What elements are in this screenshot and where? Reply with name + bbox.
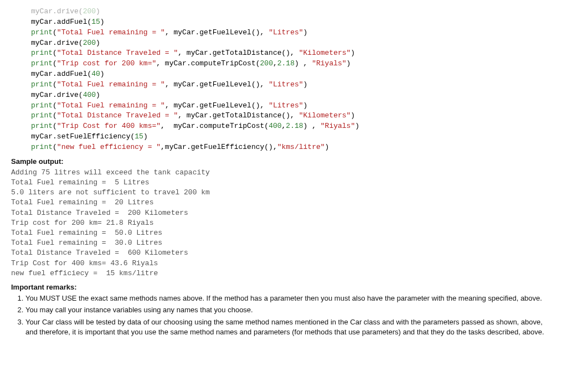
code-line: myCar.addFuel(15) [31,17,556,28]
code-token: , myCar [161,122,195,130]
code-token: ) [96,7,100,16]
code-token: ) [325,143,329,151]
code-token: ) [303,28,308,37]
code-token: ) , [303,122,321,130]
remark-item: Your Car class will be tested by data of… [25,317,556,337]
code-token: getFuelLevel [199,101,251,110]
code-token: "Total Fuel remaining = " [57,80,165,89]
code-token: "Total Fuel remaining = " [57,28,165,37]
code-token: drive [57,7,79,16]
code-token: print [31,28,53,37]
code-token: ) [350,49,355,57]
code-token: myCar [31,132,53,141]
code-token: ) [143,132,148,141]
code-token: getTotalDistance [213,49,282,57]
code-line: print("Trip Cost for 400 kms=", myCar.co… [31,121,556,132]
code-token: ) [100,18,105,26]
code-token: ( [53,111,57,120]
code-token: "Riyals" [312,59,346,68]
remark-item: You MUST USE the exact same methods name… [25,293,556,303]
code-token: print [31,80,53,89]
code-token: (), [251,28,269,37]
code-token: . [53,39,57,47]
code-token: (), [282,111,299,120]
code-token: "Total Distance Traveled = " [57,49,178,57]
code-token: 200 [83,39,96,47]
code-block: myCar.drive(200)myCar.addFuel(15)print("… [11,7,556,153]
code-token: . [53,7,57,16]
code-token: ( [53,28,57,37]
code-token: 200 [260,59,273,68]
code-token: ( [53,49,57,57]
code-token: (), [251,101,269,110]
code-token: 40 [91,70,100,78]
code-token: myCar [31,91,53,99]
code-token: . [187,59,191,68]
code-token: getTotalDistance [213,111,282,120]
output-block: Adding 75 litres will exceed the tank ca… [11,168,556,278]
remarks-list: You MUST USE the exact same methods name… [11,293,556,337]
code-token: ) [96,39,100,47]
code-token: 15 [135,132,143,141]
code-token: ) [355,122,359,130]
code-token: ( [264,122,269,130]
code-line: print("new fuel efficiency = ",myCar.get… [31,142,556,153]
code-token: addFuel [57,18,87,26]
code-token: myCar [31,7,53,16]
code-token: "new fuel efficiency = " [57,143,161,151]
code-token: . [53,70,57,78]
code-token: , myCar [165,80,195,89]
code-token: ) [303,101,308,110]
code-token: ( [53,80,57,89]
code-token: "Total Fuel remaining = " [57,101,165,110]
code-line: myCar.setFuelEfficiency(15) [31,132,556,142]
code-token: "Trip cost for 200 km=" [57,59,156,68]
remark-item: You may call your instance variables usi… [25,305,556,315]
code-token: ) [100,70,105,78]
code-token: "Total Distance Traveled = " [57,111,178,120]
code-token: print [31,59,53,68]
code-token: , [273,59,277,68]
code-token: ( [79,7,83,16]
code-token: (), [264,143,277,151]
code-token: . [208,111,213,120]
code-token: print [31,101,53,110]
code-token: "Riyals" [321,122,355,130]
code-line: myCar.drive(400) [31,90,556,101]
code-token: print [31,49,53,57]
code-token: ) [347,59,351,68]
code-token: 2.18 [286,122,303,130]
code-token: ,myCar [161,143,187,151]
code-token: ( [256,59,260,68]
important-remarks-label: Important remarks: [11,283,556,291]
code-token: computeTripCost [191,59,256,68]
code-token: , myCar [156,59,187,68]
code-token: addFuel [57,70,87,78]
code-token: myCar [31,39,53,47]
code-token: computeTripCost [199,122,264,130]
code-token: getFuelLevel [199,80,251,89]
code-token: (), [251,80,269,89]
code-token: "Kilometers" [299,111,351,120]
code-token: myCar [31,18,53,26]
code-line: print("Trip cost for 200 km=", myCar.com… [31,59,556,69]
code-token: ) [350,111,355,120]
code-token: 400 [269,122,281,130]
code-token: ( [79,91,83,99]
code-token: 400 [83,91,96,99]
sample-output-label: Sample output: [11,157,556,166]
code-line: myCar.addFuel(40) [31,69,556,80]
code-line: print("Total Distance Traveled = ", myCa… [31,111,556,121]
code-token: ) [303,80,308,89]
code-token: "Litres" [269,28,303,37]
code-token: drive [57,39,79,47]
code-token: getFuelEfficiency [191,143,265,151]
code-token: print [31,122,53,130]
code-token: . [53,91,57,99]
code-token: ( [53,59,57,68]
code-token: , myCar [178,111,208,120]
code-line: print("Total Fuel remaining = ", myCar.g… [31,80,556,90]
code-line: print("Total Fuel remaining = ", myCar.g… [31,28,556,38]
code-token: print [31,111,53,120]
code-token: myCar [31,70,53,78]
